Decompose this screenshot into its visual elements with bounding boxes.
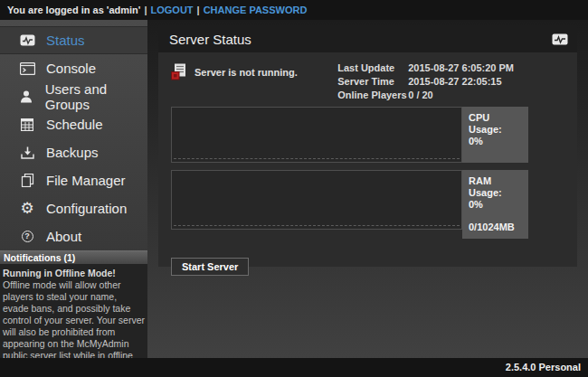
sidebar-item-label: Status (46, 33, 85, 48)
info-row-server-time: Server Time 2015-08-27 22:05:15 (337, 75, 514, 89)
sidebar-item-console[interactable]: Console (0, 54, 147, 82)
user-icon (19, 90, 34, 103)
info-label: Online Players (337, 89, 408, 102)
main-area: Server Status Server is not running. Las… (147, 20, 588, 358)
top-bar: You are logged in as 'admin'|LOGOUT|CHAN… (0, 0, 588, 20)
ram-usage-box: RAM Usage: 0% 0/1024MB (462, 170, 528, 239)
server-info-table: Last Update 2015-08-27 6:05:20 PM Server… (337, 61, 514, 107)
notifications-panel: Running in Offline Mode! Offline mode wi… (0, 264, 147, 373)
info-value: 2015-08-27 6:05:20 PM (408, 61, 514, 75)
sidebar-item-label: Console (46, 61, 96, 76)
sidebar-item-about[interactable]: ? About (0, 222, 147, 250)
cpu-usage-label: CPU Usage: (469, 112, 522, 136)
cpu-usage-graph (171, 107, 462, 163)
footer-bar: 2.5.4.0 Personal (0, 358, 588, 377)
sidebar-item-label: About (46, 229, 81, 244)
ram-usage-value: 0% (469, 199, 522, 211)
version-text: 2.5.4.0 Personal (506, 362, 581, 372)
change-password-link[interactable]: CHANGE PASSWORD (204, 5, 308, 15)
sidebar-item-label: File Manager (46, 173, 126, 188)
sidebar-item-backups[interactable]: Backups (0, 138, 147, 166)
notification-title: Running in Offline Mode! (3, 268, 145, 279)
logged-in-text: You are logged in as 'admin' (7, 5, 140, 15)
sidebar-item-file-manager[interactable]: File Manager (0, 166, 147, 194)
server-status-message: Server is not running. (171, 61, 298, 107)
cpu-usage-row: CPU Usage: 0% (171, 107, 566, 163)
gear-glyph: ⚙ (20, 202, 33, 216)
sidebar-menu: Status Console Users and Groups Schedule (0, 20, 147, 250)
sidebar-item-label: Users and Groups (45, 81, 147, 112)
server-stopped-icon (171, 63, 186, 82)
panel-header: Server Status (158, 25, 577, 52)
logout-link[interactable]: LOGOUT (151, 5, 194, 15)
status-pulse-icon (552, 33, 568, 45)
sidebar: Status Console Users and Groups Schedule (0, 20, 147, 358)
sidebar-item-configuration[interactable]: ⚙ Configuration (0, 194, 147, 222)
sidebar-item-status[interactable]: Status (0, 26, 147, 54)
sidebar-item-schedule[interactable]: Schedule (0, 110, 147, 138)
status-pulse-icon (19, 34, 35, 46)
question-glyph: ? (22, 231, 33, 242)
ram-usage-row: RAM Usage: 0% 0/1024MB (171, 170, 566, 239)
pages-icon (19, 174, 35, 187)
ram-usage-detail: 0/1024MB (469, 221, 522, 233)
sidebar-item-users-and-groups[interactable]: Users and Groups (0, 82, 147, 110)
info-label: Server Time (337, 75, 408, 89)
info-row-last-update: Last Update 2015-08-27 6:05:20 PM (337, 61, 514, 75)
info-value: 2015-08-27 22:05:15 (408, 75, 501, 89)
panel-body: Server is not running. Last Update 2015-… (158, 52, 577, 276)
question-circle-icon: ? (19, 231, 35, 242)
server-status-text: Server is not running. (194, 63, 298, 78)
sidebar-item-label: Configuration (46, 201, 127, 216)
download-tray-icon (19, 146, 35, 159)
cpu-usage-value: 0% (469, 136, 522, 147)
info-label: Last Update (337, 61, 408, 75)
console-window-icon (19, 62, 35, 75)
ram-usage-label: RAM Usage: (469, 175, 522, 199)
ram-usage-graph (171, 170, 462, 230)
sidebar-item-label: Schedule (46, 117, 103, 132)
separator: | (144, 5, 147, 15)
sidebar-item-label: Backups (46, 145, 99, 160)
notifications-header: Notifications (1) (0, 250, 147, 264)
gear-icon: ⚙ (19, 202, 35, 216)
page-title: Server Status (169, 32, 251, 47)
calendar-icon (19, 118, 35, 131)
info-value: 0 / 20 (408, 89, 433, 102)
start-server-button[interactable]: Start Server (171, 258, 249, 276)
server-status-panel: Server Status Server is not running. Las… (158, 25, 577, 267)
separator: | (197, 5, 200, 15)
info-row-online-players: Online Players 0 / 20 (337, 89, 514, 102)
cpu-usage-box: CPU Usage: 0% (462, 107, 528, 163)
server-info-row: Server is not running. Last Update 2015-… (169, 61, 566, 107)
